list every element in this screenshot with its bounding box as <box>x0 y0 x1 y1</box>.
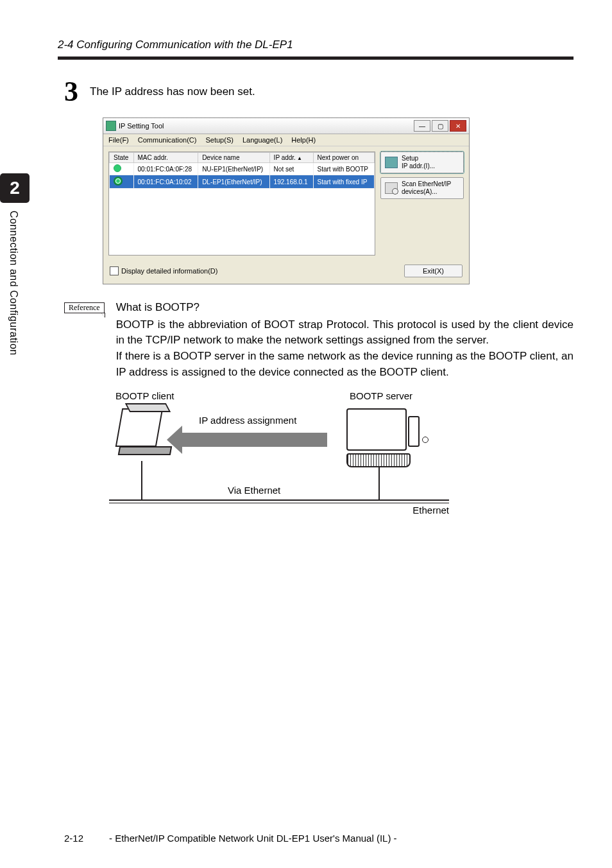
section-header: 2-4 Configuring Communication with the D… <box>0 0 612 56</box>
step-text: The IP address has now been set. <box>90 85 255 98</box>
cell-device: DL-EP1(EtherNet/IP) <box>198 175 269 189</box>
status-recycle-icon <box>114 177 123 186</box>
page-number: 2-12 <box>64 833 83 844</box>
server-label: BOOTP server <box>350 390 412 401</box>
app-footer: Display detailed information(D) Exit(X) <box>103 261 469 284</box>
menubar: File(F) Communication(C) Setup(S) Langua… <box>103 134 469 146</box>
arrow-label: IP address assignment <box>199 415 296 426</box>
sort-asc-icon: ▲ <box>297 155 302 161</box>
device-table-container: State MAC addr. Device name IP addr.▲ Ne… <box>108 152 375 256</box>
menu-communication[interactable]: Communication(C) <box>138 136 197 144</box>
reference-badge: Reference <box>64 302 105 313</box>
arrow-body <box>180 433 327 447</box>
minimize-button[interactable]: — <box>414 120 430 132</box>
scan-icon <box>385 182 398 194</box>
via-ethernet-label: Via Ethernet <box>228 485 280 496</box>
col-next[interactable]: Next power on <box>313 153 374 163</box>
reference-arrow-icon <box>101 313 105 318</box>
setup-icon <box>385 157 398 168</box>
server-device-icon <box>346 408 411 467</box>
reference-heading: What is BOOTP? <box>116 300 574 316</box>
menu-setup[interactable]: Setup(S) <box>205 136 233 144</box>
ethernet-drop-2 <box>378 466 380 499</box>
table-row[interactable]: 00:01:FC:0A:10:02 DL-EP1(EtherNet/IP) 19… <box>110 175 375 189</box>
close-button[interactable]: ✕ <box>450 120 466 132</box>
scan-devices-button[interactable]: Scan EtherNet/IP devices(A)... <box>380 177 464 199</box>
col-ip[interactable]: IP addr.▲ <box>269 153 313 163</box>
setup-ip-button[interactable]: Setup IP addr.(I)... <box>380 152 464 173</box>
window-title: IP Setting Tool <box>119 122 164 130</box>
window-controls: — ▢ ✕ <box>414 120 466 132</box>
reference-text: What is BOOTP? BOOTP is the abbreviation… <box>116 300 574 380</box>
device-table: State MAC addr. Device name IP addr.▲ Ne… <box>109 152 375 189</box>
app-window: IP Setting Tool — ▢ ✕ File(F) Communicat… <box>103 117 470 284</box>
detailed-info-checkbox[interactable]: Display detailed information(D) <box>110 266 217 275</box>
reference-para-1: BOOTP is the abbreviation of BOOT strap … <box>116 317 574 349</box>
status-ok-icon <box>114 164 121 172</box>
ethernet-label: Ethernet <box>412 505 449 516</box>
plc-device-icon <box>119 408 170 460</box>
titlebar: IP Setting Tool — ▢ ✕ <box>103 118 469 134</box>
checkbox-label: Display detailed information(D) <box>121 267 217 275</box>
cell-ip: 192.168.0.1 <box>269 175 313 189</box>
exit-button[interactable]: Exit(X) <box>404 265 463 277</box>
menu-file[interactable]: File(F) <box>108 136 129 144</box>
cell-mac: 00:01:FC:0A:0F:28 <box>133 163 198 175</box>
menu-language[interactable]: Language(L) <box>242 136 282 144</box>
client-label: BOOTP client <box>115 390 174 401</box>
table-row[interactable]: 00:01:FC:0A:0F:28 NU-EP1(EtherNet/IP) No… <box>110 163 375 175</box>
chapter-title: Connection and Configuration <box>8 211 19 356</box>
cell-device: NU-EP1(EtherNet/IP) <box>198 163 269 175</box>
cell-next: Start with fixed IP <box>313 175 374 189</box>
col-mac[interactable]: MAC addr. <box>133 153 198 163</box>
bootp-diagram: BOOTP client BOOTP server IP address ass… <box>103 390 436 532</box>
ethernet-line <box>109 499 449 503</box>
col-device[interactable]: Device name <box>198 153 269 163</box>
reference-para-2: If there is a BOOTP server in the same n… <box>116 349 574 380</box>
reference-badge-label: Reference <box>64 302 105 313</box>
menu-help[interactable]: Help(H) <box>291 136 316 144</box>
maximize-button[interactable]: ▢ <box>432 120 448 132</box>
header-rule <box>58 56 574 60</box>
ethernet-drop-1 <box>141 461 142 499</box>
cell-ip: Not set <box>269 163 313 175</box>
setup-ip-label: Setup IP addr.(I)... <box>402 155 435 170</box>
manual-title: - EtherNet/IP Compatible Network Unit DL… <box>109 833 397 844</box>
cell-mac: 00:01:FC:0A:10:02 <box>133 175 198 189</box>
chapter-number-box: 2 <box>0 173 30 203</box>
cell-next: Start with BOOTP <box>313 163 374 175</box>
app-icon <box>106 121 116 131</box>
page-footer: 2-12 - EtherNet/IP Compatible Network Un… <box>0 833 612 844</box>
scan-devices-label: Scan EtherNet/IP devices(A)... <box>402 180 451 196</box>
step-row: 3 The IP address has now been set. <box>64 78 574 106</box>
step-number: 3 <box>64 78 78 106</box>
chapter-side-tab: 2 Connection and Configuration <box>0 173 30 356</box>
checkbox-icon <box>110 266 119 275</box>
col-state[interactable]: State <box>110 153 134 163</box>
